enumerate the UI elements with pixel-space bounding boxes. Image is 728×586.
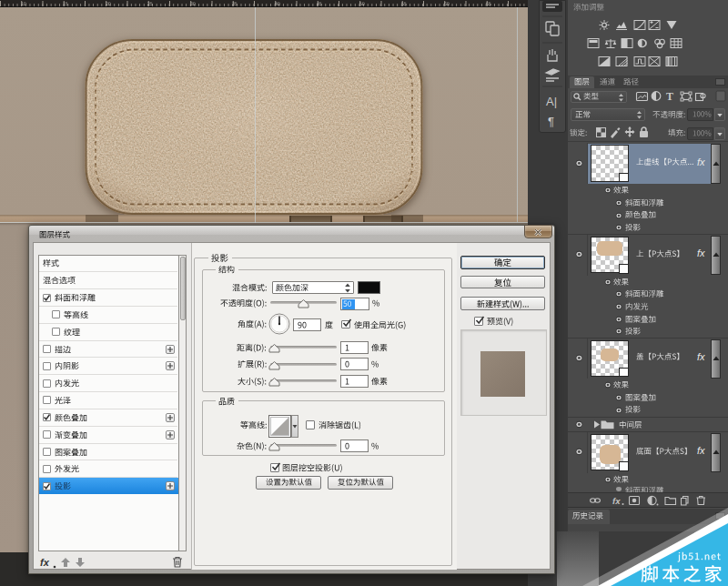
svg-text:fx: fx <box>40 557 50 568</box>
